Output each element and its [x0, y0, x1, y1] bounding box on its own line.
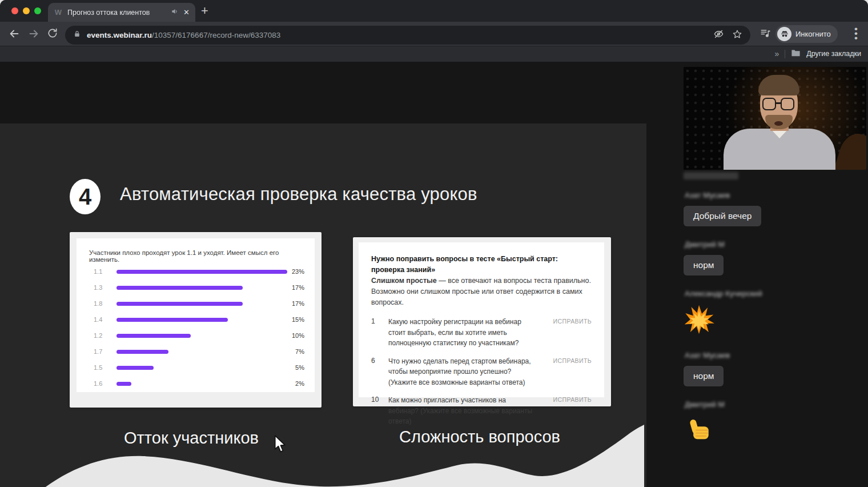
- incognito-label: Инкогнито: [795, 30, 831, 38]
- chart-row-value: 17%: [292, 284, 304, 291]
- bookmarks-overflow-chevron[interactable]: »: [774, 49, 779, 58]
- eye-off-icon[interactable]: [713, 29, 724, 42]
- chat-author-blurred: Дмитрий М: [685, 240, 725, 249]
- chart-bar: [116, 286, 243, 290]
- question-row: 6Что нужно сделать перед стартом вебинар…: [371, 356, 592, 388]
- tab-favicon: W: [54, 8, 63, 17]
- chart-row: 1.62%: [94, 376, 304, 392]
- chart-row: 1.415%: [94, 312, 304, 328]
- chart-row-label: 1.4: [94, 316, 108, 323]
- chart-row-label: 1.1: [94, 268, 108, 275]
- chat-message: Дмитрий Мнорм: [684, 240, 866, 276]
- chart-row-value: 15%: [292, 316, 304, 323]
- chat-message: Александр Кучерский: [684, 289, 866, 337]
- presenter-video[interactable]: [684, 67, 866, 170]
- minimize-window-button[interactable]: [23, 7, 30, 14]
- chat-message: Дмитрий М: [684, 400, 866, 446]
- chart-bar: [116, 270, 287, 274]
- collision-emoji: [684, 304, 714, 335]
- chat-bubble: норм: [684, 255, 724, 276]
- lesson-dropoff-chart: 1.123%1.317%1.817%1.415%1.210%1.77%1.55%…: [94, 264, 304, 392]
- thumbs-up-emoji: [684, 415, 712, 444]
- lock-icon[interactable]: [73, 30, 81, 41]
- bookmark-star-icon[interactable]: [732, 29, 742, 42]
- chart-row-label: 1.8: [94, 300, 108, 307]
- tab-title: Прогноз оттока клиентов: [67, 9, 166, 17]
- media-controls-icon[interactable]: [760, 27, 771, 41]
- chat-bubble: норм: [684, 366, 724, 386]
- chart-row: 1.123%: [94, 264, 304, 280]
- chart-row-label: 1.6: [94, 380, 108, 387]
- glasses: [762, 98, 776, 110]
- chat-author-blurred: Азат Мусаев: [685, 191, 730, 199]
- questions-list: 1Какую настройку регистрации на вебинар …: [371, 317, 592, 427]
- chat-message: Азат МусаевДобрый вечер: [684, 191, 866, 226]
- chat-author-blurred: Дмитрий М: [685, 400, 725, 409]
- browser-window: W Прогноз оттока клиентов ✕ + events.web…: [0, 0, 868, 487]
- chat-author-blurred: Азат Мусаев: [685, 351, 730, 360]
- close-window-button[interactable]: [11, 7, 18, 14]
- chart-bar: [116, 382, 131, 386]
- url-text: events.webinar.ru/10357/6176667/record-n…: [87, 31, 280, 39]
- questions-card-subtitle: Слишком простые — все отвечают на вопрос…: [371, 276, 592, 308]
- chart-heading: Участники плохо проходят урок 1.1 и уход…: [89, 249, 303, 263]
- bookmarks-divider: [785, 50, 785, 58]
- question-text: Какую настройку регистрации на вебинар с…: [388, 317, 547, 349]
- question-text: Что нужно сделать перед стартом вебинара…: [388, 356, 547, 388]
- chart-row-value: 17%: [292, 300, 304, 307]
- chart-row: 1.55%: [94, 360, 304, 376]
- chart-row: 1.817%: [94, 296, 304, 312]
- tab-close-icon[interactable]: ✕: [183, 9, 190, 16]
- presenter-name-blurred: [684, 172, 738, 179]
- fix-link: ИСПРАВИТЬ: [547, 317, 592, 349]
- tab-strip: W Прогноз оттока клиентов ✕ +: [0, 0, 868, 22]
- chat-message: Азат Мусаевнорм: [684, 351, 866, 386]
- chart-row-value: 5%: [295, 364, 304, 371]
- question-number: 1: [371, 317, 388, 349]
- new-tab-button[interactable]: +: [201, 3, 208, 18]
- folder-icon: [791, 49, 801, 59]
- test-questions-card: Нужно поправить вопросы в тесте «Быстрый…: [353, 237, 611, 406]
- browser-tab[interactable]: W Прогноз оттока клиентов ✕: [48, 3, 195, 22]
- fix-link: ИСПРАВИТЬ: [547, 356, 592, 388]
- chart-bar: [116, 318, 228, 322]
- browser-menu-icon[interactable]: •••: [853, 27, 859, 41]
- chart-row: 1.77%: [94, 344, 304, 360]
- chat-bubble: Добрый вечер: [684, 206, 761, 226]
- question-number: 6: [371, 356, 388, 388]
- chart-row-value: 23%: [292, 268, 304, 275]
- slide-number-badge: 4: [70, 179, 101, 214]
- chart-bar: [116, 350, 168, 354]
- chat-author-blurred: Александр Кучерский: [685, 289, 762, 298]
- tab-audio-icon[interactable]: [171, 7, 179, 18]
- chart-row: 1.317%: [94, 280, 304, 296]
- incognito-badge[interactable]: Инкогнито: [775, 25, 838, 43]
- chart-bar: [116, 334, 191, 338]
- incognito-icon: [777, 27, 791, 41]
- presentation-stage: 4 Автоматическая проверка качества уроко…: [0, 123, 646, 487]
- address-bar[interactable]: events.webinar.ru/10357/6176667/record-n…: [65, 26, 750, 45]
- slide-title: Автоматическая проверка качества уроков: [120, 184, 477, 205]
- chart-row-value: 10%: [292, 332, 304, 339]
- mouse-cursor: [273, 435, 289, 456]
- other-bookmarks-button[interactable]: Другие закладки: [806, 50, 861, 58]
- bookmarks-bar: [0, 46, 868, 62]
- forward-button[interactable]: [27, 27, 40, 42]
- churn-chart-card: Участники плохо проходят урок 1.1 и уход…: [70, 232, 322, 408]
- reload-button[interactable]: [47, 27, 58, 41]
- wave-shape: [37, 422, 644, 487]
- chart-bar: [116, 366, 154, 370]
- question-row: 1Какую настройку регистрации на вебинар …: [371, 317, 592, 349]
- chart-row-label: 1.5: [94, 364, 108, 371]
- chart-row: 1.210%: [94, 328, 304, 344]
- chart-row-value: 7%: [295, 348, 304, 355]
- chart-row-label: 1.2: [94, 332, 108, 339]
- chart-row-label: 1.7: [94, 348, 108, 355]
- chart-row-label: 1.3: [94, 284, 108, 291]
- zoom-window-button[interactable]: [34, 7, 41, 14]
- chart-bar: [116, 302, 243, 306]
- chart-row-value: 2%: [295, 380, 304, 387]
- chat-panel: Азат МусаевДобрый вечерДмитрий МнормАлек…: [684, 191, 866, 446]
- macos-traffic-lights: [11, 7, 41, 14]
- back-button[interactable]: [8, 27, 21, 42]
